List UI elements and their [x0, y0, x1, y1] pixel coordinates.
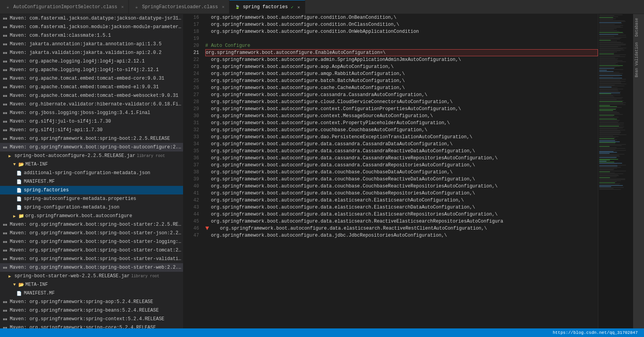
maven-icon: ◼◼ — [2, 101, 9, 108]
tree-item[interactable]: 📄additional-spring-configuration-metadat… — [0, 169, 183, 177]
tree-item[interactable]: ◼◼Maven: org.springframework.boot:spring… — [0, 237, 183, 246]
line-number: 34 — [183, 141, 199, 148]
line-number: 44 — [183, 211, 199, 218]
tree-item[interactable]: ◼◼Maven: org.springframework.boot:spring… — [0, 134, 183, 143]
code-line: org.springframework.boot.autoconfigure.d… — [205, 218, 598, 225]
minimap-line — [599, 119, 617, 119]
maven-icon: ◼◼ — [2, 118, 9, 125]
tree-item[interactable]: ◼◼Maven: org.apache.tomcat.embed:tomcat-… — [0, 74, 183, 83]
minimap-line — [599, 132, 621, 133]
tree-item[interactable]: ◼◼Maven: org.slf4j:jul-to-slf4j:1.7.30 — [0, 117, 183, 126]
close-tab-autoconfiguration[interactable]: ✕ — [121, 4, 124, 9]
close-tab-springfactoriesloader[interactable]: ✕ — [222, 4, 225, 9]
code-text: org.springframework.boot.autoconfigure.a… — [205, 70, 405, 77]
code-line: org.springframework.boot.autoconfigure.d… — [205, 148, 598, 155]
minimap-line — [599, 70, 607, 71]
code-line: ▼ org.springframework.boot.autoconfigure… — [205, 225, 598, 232]
line-number: 37 — [183, 162, 199, 169]
bean-validation-tool[interactable]: Bean Validation — [634, 40, 643, 80]
file-icon: 📄 — [16, 187, 23, 194]
tree-item[interactable]: ◼◼Maven: com.fasterxml.jackson.datatype:… — [0, 14, 183, 23]
close-tab-springfactories[interactable]: ✕ — [297, 5, 300, 10]
database-tool[interactable]: Database — [634, 16, 643, 39]
minimap[interactable] — [598, 14, 633, 328]
tree-item[interactable]: ◼◼Maven: com.fasterxml:classmate:1.5.1 — [0, 31, 183, 40]
tree-item[interactable]: ◼◼Maven: org.springframework.boot:spring… — [0, 229, 183, 237]
tree-item[interactable]: ◼◼Maven: org.springframework:spring-bean… — [0, 306, 183, 315]
line-number: 40 — [183, 183, 199, 190]
minimap-line — [599, 29, 614, 30]
minimap-panel — [598, 14, 633, 328]
status-url[interactable]: https://blog.csdn.net/qq_31702847 — [550, 330, 641, 335]
minimap-line — [599, 62, 618, 63]
tree-item[interactable]: ▼📂META-INF — [0, 160, 183, 169]
tree-item[interactable]: ◼◼Maven: org.apache.logging.log4j:log4j-… — [0, 57, 183, 66]
tree-item-label: Maven: com.fasterxml.jackson.module:jack… — [10, 24, 183, 30]
tree-item[interactable]: ▼📂META-INF — [0, 280, 183, 289]
line-number: 21 — [183, 49, 199, 56]
tree-item[interactable]: ◼◼Maven: org.springframework:spring-aop:… — [0, 298, 183, 306]
tree-item[interactable]: ◼◼Maven: org.springframework:spring-core… — [0, 323, 183, 328]
minimap-line — [599, 99, 617, 100]
tree-item[interactable]: ◼◼Maven: org.slf4j:slf4j-api:1.7.30 — [0, 126, 183, 134]
maven-icon: ◼◼ — [2, 109, 9, 116]
code-text: org.springframework.boot.autoconfigure.E… — [206, 49, 386, 56]
tree-item[interactable]: ▶📁org.springframework.boot.autoconfigure — [0, 212, 183, 220]
minimap-line — [599, 74, 620, 75]
file-icon: 📄 — [16, 204, 23, 211]
tab-bar: ☕ AutoConfigurationImportSelector.class … — [0, 0, 644, 14]
line-number: 25 — [183, 77, 199, 84]
maven-icon: ◼◼ — [2, 238, 9, 245]
code-text: org.springframework.boot.autoconfigure.c… — [205, 28, 419, 35]
tree-item-label: META-INF — [25, 162, 48, 167]
line-number: 18 — [183, 28, 199, 35]
minimap-line — [599, 93, 611, 94]
tree-item-label: Maven: org.slf4j:jul-to-slf4j:1.7.30 — [10, 119, 111, 124]
tree-item[interactable]: ◼◼Maven: org.springframework.boot:spring… — [0, 263, 183, 272]
line-number: 23 — [183, 63, 199, 70]
tree-item[interactable]: ◼◼Maven: org.hibernate.validator:hiberna… — [0, 100, 183, 109]
tree-item[interactable]: ◼◼Maven: org.springframework:spring-cont… — [0, 315, 183, 323]
code-text: org.springframework.boot.autoconfigure.d… — [205, 155, 498, 162]
tree-item[interactable]: 📄spring-autoconfigure-metadata.propertie… — [0, 194, 183, 203]
tree-item[interactable]: ◼◼Maven: org.springframework.boot:spring… — [0, 246, 183, 255]
tab-springfactoriesloader[interactable]: ☕ SpringFactoriesLoader.class ✕ — [129, 0, 229, 14]
minimap-line — [599, 19, 613, 20]
minimap-line — [599, 109, 616, 110]
tree-item[interactable]: ◼◼Maven: org.apache.tomcat.embed:tomcat-… — [0, 91, 183, 100]
code-content[interactable]: org.springframework.boot.autoconfigure.c… — [202, 14, 598, 328]
tree-item[interactable]: 📄spring.factories — [0, 186, 183, 194]
folder-open-icon: ▼ — [11, 281, 18, 288]
tree-item[interactable]: ▶spring-boot-autoconfigure-2.2.5.RELEASE… — [0, 152, 183, 160]
line-number: 32 — [183, 127, 199, 134]
tree-item[interactable]: ◼◼Maven: org.springframework.boot:spring… — [0, 220, 183, 229]
tree-item[interactable]: ◼◼Maven: jakarta.validation:jakarta.vali… — [0, 48, 183, 57]
tree-item[interactable]: ▶spring-boot-starter-web-2.2.5.RELEASE.j… — [0, 272, 183, 280]
file-tree: ◼◼Maven: com.fasterxml.jackson.datatype:… — [0, 14, 183, 328]
minimap-line — [599, 68, 614, 69]
line-number: 17 — [183, 21, 199, 28]
maven-icon: ◼◼ — [2, 41, 9, 48]
tree-item[interactable]: ◼◼Maven: org.apache.logging.log4j:log4j-… — [0, 66, 183, 74]
tree-item[interactable]: ◼◼Maven: org.springframework.boot:spring… — [0, 255, 183, 263]
tree-item[interactable]: 📄spring-configuration-metadata.json — [0, 203, 183, 212]
tab-spacer — [305, 0, 644, 14]
tab-springfactories[interactable]: 🍃 spring factories ✓ ✕ — [229, 0, 305, 14]
tree-item-label: spring-autoconfigure-metadata.properties — [24, 196, 136, 201]
line-number: 26 — [183, 84, 199, 91]
tab-autoconfiguration[interactable]: ☕ AutoConfigurationImportSelector.class … — [0, 0, 129, 14]
tree-item[interactable]: ◼◼Maven: org.springframework.boot:spring… — [0, 143, 183, 152]
minimap-line — [599, 142, 616, 143]
minimap-line — [599, 95, 613, 96]
code-line: org.springframework.boot.autoconfigure.E… — [205, 49, 598, 56]
maven-icon: ◼◼ — [2, 127, 9, 134]
tree-item[interactable]: ◼◼Maven: org.jboss.logging:jboss-logging… — [0, 109, 183, 117]
tree-item-label: Maven: org.springframework.boot:spring-b… — [10, 222, 183, 227]
tree-item[interactable]: ◼◼Maven: jakarta.annotation:jakarta.anno… — [0, 40, 183, 48]
folder-icon: 📂 — [18, 282, 24, 288]
code-line: org.springframework.boot.autoconfigure.a… — [205, 63, 598, 70]
tree-item[interactable]: ◼◼Maven: com.fasterxml.jackson.module:ja… — [0, 23, 183, 31]
tree-item[interactable]: 📄MANIFEST.MF — [0, 289, 183, 298]
tree-item[interactable]: 📄MANIFEST.MF — [0, 177, 183, 186]
tree-item[interactable]: ◼◼Maven: org.apache.tomcat.embed:tomcat-… — [0, 83, 183, 91]
